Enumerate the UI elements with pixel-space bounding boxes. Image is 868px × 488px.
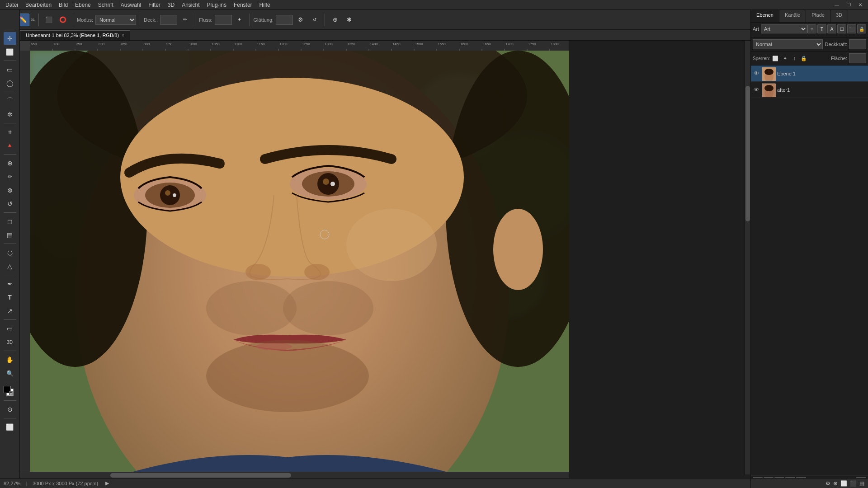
- toolbar-tool-preset-icon[interactable]: ⬛: [42, 14, 55, 26]
- maximize-button[interactable]: ❐: [843, 0, 854, 10]
- horizontal-scrollbar[interactable]: [20, 472, 569, 478]
- lock-label: Sperren:: [753, 56, 770, 61]
- deck-input[interactable]: 100%: [160, 15, 177, 25]
- lock-icon-2[interactable]: ✦: [781, 54, 789, 62]
- tool-eyedropper[interactable]: 🔺: [4, 139, 16, 152]
- status-icon-4[interactable]: ⬛: [850, 480, 857, 487]
- tool-crop[interactable]: ⌗: [4, 126, 16, 138]
- toolbar-angle-icon[interactable]: ↺: [308, 14, 321, 26]
- minimize-button[interactable]: —: [831, 0, 843, 10]
- tool-artboard[interactable]: ⬜: [4, 46, 16, 58]
- svg-text:700: 700: [53, 42, 60, 46]
- tool-history-brush[interactable]: ↺: [4, 197, 16, 210]
- layer-visibility-2[interactable]: 👁: [753, 86, 760, 94]
- tool-marquee-rect[interactable]: ▭: [4, 63, 16, 76]
- fill-label: Fläche:: [831, 56, 847, 61]
- menu-fenster[interactable]: Fenster: [230, 1, 256, 9]
- tool-text[interactable]: T: [4, 291, 16, 304]
- tool-clone[interactable]: ⊗: [4, 184, 16, 197]
- tool-3d[interactable]: 3D: [4, 336, 16, 348]
- tab-ebenen[interactable]: Ebenen: [751, 10, 779, 22]
- opacity-input[interactable]: 60%: [849, 39, 866, 49]
- toolbar-airbrush-icon[interactable]: ✏: [179, 14, 191, 26]
- svg-text:1700: 1700: [505, 42, 514, 46]
- tab-close-icon[interactable]: ×: [122, 33, 124, 38]
- tool-hand[interactable]: ✋: [4, 353, 16, 366]
- toolbar-brush-preset-icon[interactable]: ⭕: [57, 14, 69, 26]
- tool-marquee-ellipse[interactable]: ◯: [4, 77, 16, 89]
- tool-brush[interactable]: ✏: [4, 170, 16, 183]
- svg-text:1200: 1200: [279, 42, 288, 46]
- tool-separator-6: [4, 244, 16, 244]
- tab-3d[interactable]: 3D: [830, 10, 848, 22]
- tool-zoom[interactable]: 🔍: [4, 367, 16, 380]
- toolbar-airbrush2-icon[interactable]: ✦: [233, 14, 246, 26]
- status-icon-1[interactable]: ⚙: [826, 480, 830, 487]
- menu-3d[interactable]: 3D: [164, 1, 178, 9]
- tool-spot-heal[interactable]: ⊕: [4, 157, 16, 169]
- glattung-label: Glättung:: [254, 17, 274, 23]
- vertical-scrollbar[interactable]: [744, 41, 750, 474]
- menu-ansicht[interactable]: Ansicht: [178, 1, 203, 9]
- tool-path-select[interactable]: ↗: [4, 305, 16, 317]
- tool-eraser[interactable]: ◻: [4, 215, 16, 228]
- tool-magic-wand[interactable]: ✲: [4, 108, 16, 121]
- menu-bearbeiten[interactable]: Bearbeiten: [22, 1, 55, 9]
- toolbar-settings-icon[interactable]: ⚙: [294, 14, 307, 26]
- info-arrow[interactable]: ▶: [105, 480, 109, 486]
- canvas-content[interactable]: [30, 51, 569, 478]
- tool-screen-mode[interactable]: ⬜: [4, 421, 16, 433]
- toolbar-separator-6: [325, 14, 325, 26]
- toolbar-extra-icon[interactable]: ✱: [343, 14, 355, 26]
- art-icon-text[interactable]: T: [817, 24, 826, 33]
- tool-dodge[interactable]: △: [4, 260, 16, 272]
- status-icon-3[interactable]: ⬜: [840, 480, 847, 487]
- art-icon-black[interactable]: ⬛: [847, 24, 856, 33]
- fluss-input[interactable]: 3%: [215, 15, 232, 25]
- tool-move[interactable]: ✛: [4, 32, 16, 45]
- tab-pfade[interactable]: Pfade: [806, 10, 830, 22]
- art-icon-lock[interactable]: 🔒: [857, 24, 866, 33]
- tool-gradient[interactable]: ▤: [4, 229, 16, 241]
- layer-item-2[interactable]: 👁 after1: [751, 82, 868, 98]
- modus-select[interactable]: Normal: [95, 15, 136, 25]
- toolbar-symmetry-icon[interactable]: ⊕: [329, 14, 341, 26]
- menu-plugins[interactable]: Plug-ins: [203, 1, 230, 9]
- svg-text:1800: 1800: [551, 42, 559, 46]
- tool-shape[interactable]: ▭: [4, 322, 16, 335]
- tool-pen[interactable]: ✒: [4, 277, 16, 290]
- fill-input[interactable]: 100%: [849, 53, 866, 63]
- tab-kanaele[interactable]: Kanäle: [779, 10, 806, 22]
- layer-thumbnail-1: [762, 67, 775, 80]
- svg-point-71: [330, 182, 335, 186]
- svg-text:1350: 1350: [347, 42, 355, 46]
- layer-item-1[interactable]: 👁 Ebene 1: [751, 66, 868, 82]
- art-select[interactable]: Art: [761, 24, 807, 33]
- menu-filter[interactable]: Filter: [145, 1, 164, 9]
- lock-icon-1[interactable]: ⬜: [771, 54, 779, 62]
- menu-bild[interactable]: Bild: [55, 1, 71, 9]
- art-icon-white[interactable]: ☐: [837, 24, 846, 33]
- status-icon-5[interactable]: ▤: [859, 480, 864, 487]
- art-icon-list[interactable]: ≡: [807, 24, 816, 33]
- menu-datei[interactable]: Datei: [2, 1, 22, 9]
- menu-ebene[interactable]: Ebene: [71, 1, 94, 9]
- art-icon-shape[interactable]: A: [827, 24, 836, 33]
- status-icon-2[interactable]: ⊕: [833, 480, 838, 487]
- lock-icon-4[interactable]: 🔒: [800, 54, 808, 62]
- layers-list: 👁 Ebene 1 👁 after1: [751, 66, 868, 475]
- foreground-background-colors[interactable]: ⇄: [4, 386, 16, 399]
- menu-schrift[interactable]: Schrift: [94, 1, 117, 9]
- menu-hilfe[interactable]: Hilfe: [256, 1, 274, 9]
- menu-auswahl[interactable]: Auswahl: [117, 1, 145, 9]
- lock-icon-3[interactable]: ↕: [790, 54, 798, 62]
- close-button[interactable]: ✕: [854, 0, 866, 10]
- blend-mode-select[interactable]: Normal: [753, 39, 823, 49]
- tool-blur[interactable]: ◌: [4, 246, 16, 259]
- layer-visibility-1[interactable]: 👁: [753, 70, 760, 77]
- tool-quick-mask[interactable]: ⊙: [4, 403, 16, 416]
- tool-separator-8: [4, 319, 16, 320]
- document-tab[interactable]: Unbenannt-1 bei 82,3% (Ebene 1, RGB/8) ×: [20, 30, 130, 40]
- glattung-input[interactable]: 0%: [276, 15, 293, 25]
- tool-lasso[interactable]: ⌒: [4, 94, 16, 107]
